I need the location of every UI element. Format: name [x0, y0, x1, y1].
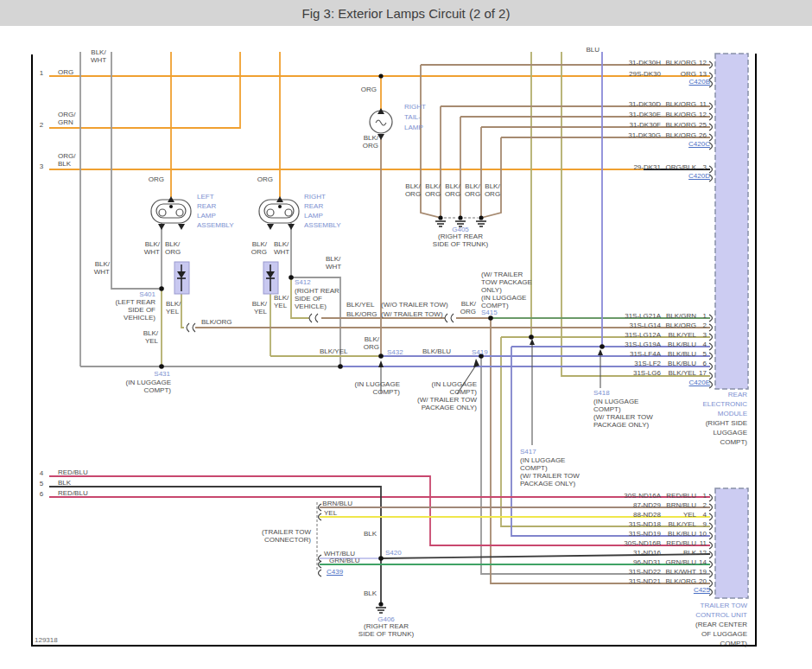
feed-row-label: ORG/ GRN [58, 111, 75, 126]
pin-circuit-label: 31S-LF4A [566, 350, 661, 358]
connector-link-c420e[interactable]: C420E [667, 379, 710, 386]
splice-s431-note: (IN LUGGAGE COMPT) [119, 379, 171, 394]
pin-circuit-label: 88-ND28 [566, 511, 661, 519]
pin-pin-label: 2 [695, 322, 707, 329]
feed-row-number: 1 [36, 69, 47, 77]
connector-link-c420c[interactable]: C420C [667, 140, 710, 148]
connector-link-c420b[interactable]: C420B [667, 78, 710, 86]
wire-label-blk-yel: BLK/YEL [320, 347, 347, 355]
splice-s418: S418 [593, 389, 610, 397]
pin-wire-label: BLK [663, 549, 696, 557]
pin-circuit-label: 31-DK30G [566, 131, 661, 139]
feed-row-label: RED/BLU [58, 468, 88, 476]
splice-s432: S432 [387, 348, 403, 356]
pin-pin-label: 3 [695, 331, 707, 339]
pin-wire-label: GRN/BLU [663, 558, 696, 566]
ground-g405-note: (RIGHT REAR SIDE OF TRUNK) [426, 233, 495, 248]
pin-circuit-label: 30S-ND16A [566, 492, 661, 500]
splice-s419-note: (IN LUGGAGE COMPT) (W/ TRAILER TOW PACKA… [416, 380, 477, 411]
pin-wire-label: BLK/ORG [663, 131, 696, 139]
feed-row-number: 3 [36, 162, 47, 170]
wire-label-blk-wht: BLK/ WHT [326, 255, 341, 271]
wire-label-blk-yel: BLK/YEL [346, 301, 374, 309]
rear-electronic-module-box [715, 54, 748, 389]
pin-pin-label: 1 [695, 492, 707, 500]
splice-s415: S415 [481, 309, 498, 316]
connector-link-c425[interactable]: C425 [667, 586, 710, 594]
wire-label-org: ORG [130, 175, 164, 183]
pin-circuit-label: 31S-ND21 [566, 577, 661, 585]
splice-s420: S420 [385, 549, 402, 557]
pin-circuit-label: 31-DK30H [566, 59, 661, 67]
wire-label-blk-wht: BLK/ WHT [140, 240, 160, 256]
feed-row-number: 4 [36, 469, 47, 477]
wire-label-blk-org: BLK/ ORG [165, 240, 181, 256]
pin-wire-label: BRN/BLU [663, 501, 696, 509]
pin-pin-label: 11 [695, 539, 707, 547]
pin-wire-label: BLK/BLU [663, 350, 696, 358]
feed-row-number: 2 [36, 121, 47, 129]
pin-circuit-label: 31S-LG21A [566, 312, 661, 320]
wire-label-blk-yel: BLK/ YEL [248, 300, 267, 315]
connector-link-c439[interactable]: C439 [327, 568, 343, 576]
rear-electronic-module-label: REAR ELECTRONIC MODULE [695, 390, 747, 418]
pin-pin-label: 12 [695, 111, 707, 118]
pin-pin-label: 9 [695, 520, 707, 528]
splice-s412-note: (RIGHT REAR SIDE OF VEHICLE) [295, 287, 339, 310]
wire-label-blk-blu: BLK/BLU [422, 347, 451, 355]
wire-label-blu: BLU [580, 46, 599, 54]
pin-pin-label: 1 [695, 312, 707, 320]
pin-wire-label: BLK/ORG [663, 577, 696, 585]
splice-s417-note: (IN LUGGAGE COMPT) (W/ TRAILER TOW PACKA… [520, 456, 580, 487]
pin-circuit-label: 31-DK30F [566, 121, 661, 129]
ground-g406-note: (RIGHT REAR SIDE OF TRUNK) [352, 622, 421, 638]
pin-wire-label: BLK/YEL [663, 331, 696, 339]
pin-circuit-label: 29S-DK30 [566, 70, 661, 78]
pin-circuit-label: 31S-LG6 [566, 369, 661, 377]
pin-wire-label: BLK/GRN [663, 312, 696, 320]
pin-wire-label: BLK/ORG [663, 322, 696, 329]
wire-label-blk: BLK [361, 530, 377, 538]
pin-pin-label: 11 [695, 100, 707, 108]
wire-label-blk-org: BLK/ORG [201, 318, 232, 326]
pin-pin-label: 14 [695, 558, 707, 566]
pin-pin-label: 2 [695, 501, 707, 509]
splice-s401: S401 [121, 290, 155, 298]
pin-wire-label: BLK/ORG [663, 111, 696, 118]
splice-s419: S419 [472, 348, 488, 356]
splice-s401-note: (LEFT REAR SIDE OF VEHICLE) [104, 298, 155, 322]
pin-circuit-label: 87-ND29 [566, 501, 661, 509]
connector-link-c420d[interactable]: C420D [667, 172, 710, 180]
wire-label-org: ORG [238, 175, 273, 183]
pin-wire-label: BLK/BLU [663, 530, 696, 538]
c439-pin-label: BRN/BLU [318, 500, 352, 507]
wire-label-blk-org: BLK/ ORG [455, 300, 476, 315]
pin-wire-label: BLK/ORG [663, 121, 696, 129]
pin-pin-label: 10 [695, 530, 707, 538]
wire-label-blk-org: BLK/ ORG [358, 335, 379, 351]
pin-wire-label: BLK/YEL [663, 369, 696, 377]
pin-wire-label: ORG [663, 70, 696, 78]
c439-pin-label: YEL [324, 509, 337, 517]
pin-wire-label: BLK/ORG [663, 59, 696, 67]
splice-s418-note: (IN LUGGAGE COMPT) (W/ TRAILER TOW PACKA… [593, 398, 653, 429]
pin-circuit-label: 31S-ND18 [566, 520, 661, 528]
wire-label-blk-wht: BLK/ WHT [86, 48, 111, 64]
pin-circuit-label: 31-DK30D [566, 100, 661, 108]
splice-s412: S412 [295, 278, 311, 286]
pin-pin-label: 5 [695, 350, 707, 358]
pin-circuit-label: 31-DK30E [566, 111, 661, 118]
pin-pin-label: 3 [695, 163, 707, 171]
c439-connector-arcs [319, 504, 322, 577]
right-diode-icon [263, 262, 278, 294]
pin-pin-label: 4 [695, 341, 707, 348]
feed-row-label: BLK [58, 479, 71, 487]
sheet-number: 129318 [35, 636, 58, 644]
wire-label-org: ORG [346, 86, 377, 93]
wire-label-blk-yel: BLK/ YEL [136, 329, 158, 345]
left-rear-lamp-assembly-icon [151, 196, 191, 230]
splice-s431: S431 [144, 370, 170, 378]
pin-pin-label: 19 [695, 568, 707, 576]
pin-circuit-label: 31-ND16 [566, 549, 661, 557]
right-rear-lamp-assembly-icon [259, 196, 299, 230]
